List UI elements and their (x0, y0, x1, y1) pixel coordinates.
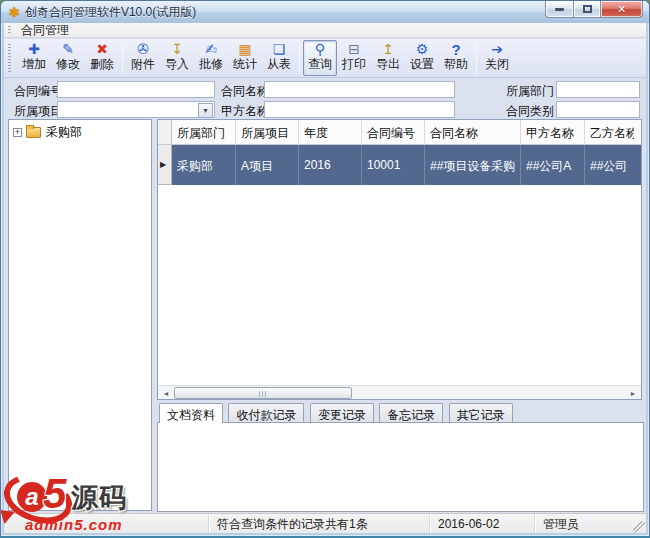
print-icon: ⊟ (348, 41, 360, 58)
cell-contract-no: 10001 (362, 145, 425, 185)
edit-button[interactable]: ✎ 修改 (51, 40, 85, 76)
statistics-button[interactable]: ▦ 统计 (228, 40, 262, 76)
client-area: 合同管理 ✚ 增加 ✎ 修改 ✖ 删除 ✇ 附件 ↧ (4, 23, 646, 533)
contract-type-input[interactable] (556, 101, 640, 118)
search-icon: ⚲ (315, 41, 325, 58)
edit-icon: ✎ (62, 41, 74, 58)
search-button[interactable]: ⚲ 查询 (303, 40, 337, 76)
close-button[interactable]: ✕ (601, 1, 643, 18)
contracts-table: 所属部门 所属项目 年度 合同编号 合同名称 甲方名称 乙方名称 ▶ 采购部 A… (157, 119, 642, 400)
attachment-button[interactable]: ✇ 附件 (126, 40, 160, 76)
menubar-grip[interactable] (8, 26, 11, 35)
subtable-icon: ❏ (273, 41, 286, 58)
status-record-count: 符合查询条件的记录共有1条 (209, 514, 430, 533)
resize-grip[interactable] (633, 521, 645, 533)
titlebar[interactable]: ✱ 创奇合同管理软件V10.0(试用版) ✕ (1, 1, 649, 23)
exit-icon: ➔ (491, 41, 503, 58)
project-label: 所属项目 (14, 103, 62, 120)
export-button[interactable]: ↥ 导出 (371, 40, 405, 76)
column-header-contract-no[interactable]: 合同编号 (362, 120, 425, 144)
toolbar: ✚ 增加 ✎ 修改 ✖ 删除 ✇ 附件 ↧ 导入 ✍ 批修 (4, 39, 646, 78)
minimize-icon (555, 8, 564, 11)
detail-tabs: 文档资料 收付款记录 变更记录 备忘记录 其它记录 (157, 403, 644, 423)
print-button[interactable]: ⊟ 打印 (337, 40, 371, 76)
column-header-project[interactable]: 所属项目 (236, 120, 299, 144)
folder-icon (26, 127, 41, 138)
delete-button[interactable]: ✖ 删除 (85, 40, 119, 76)
row-selector-header (158, 120, 172, 144)
project-combobox[interactable]: ▼ (57, 101, 215, 118)
detail-panel: 文档资料 收付款记录 变更记录 备忘记录 其它记录 (157, 403, 644, 512)
add-button[interactable]: ✚ 增加 (17, 40, 51, 76)
window-title: 创奇合同管理软件V10.0(试用版) (25, 4, 196, 21)
app-icon: ✱ (9, 5, 20, 20)
add-icon: ✚ (28, 41, 40, 58)
help-icon: ? (451, 41, 460, 58)
statistics-icon: ▦ (238, 41, 251, 58)
status-date: 2016-06-02 (430, 514, 535, 533)
cell-project: A项目 (236, 145, 299, 185)
cell-contract-name: ##项目设备采购 (425, 145, 521, 185)
contract-type-label: 合同类别 (506, 103, 554, 120)
party-a-label: 甲方名称 (221, 103, 269, 120)
menu-bar: 合同管理 (4, 23, 646, 38)
department-label: 所属部门 (506, 83, 554, 100)
scroll-right-icon[interactable]: ► (626, 387, 640, 399)
scroll-left-icon[interactable]: ◄ (159, 387, 173, 399)
scrollbar-thumb[interactable] (174, 387, 352, 399)
attachment-icon: ✇ (137, 41, 149, 58)
tab-content-area (157, 422, 644, 512)
status-user: 管理员 (535, 514, 646, 533)
filter-panel: 合同编号 合同名称 所属部门 所属项目 ▼ 甲方名称 合同类别 (4, 78, 646, 119)
watermark-5: 5 (43, 470, 66, 518)
tab-other-records[interactable]: 其它记录 (449, 403, 513, 422)
tab-change-records[interactable]: 变更记录 (310, 403, 374, 422)
watermark-logo: a 5 源码 admin5.com (1, 472, 151, 536)
export-icon: ↥ (382, 41, 394, 58)
subtable-button[interactable]: ❏ 从表 (262, 40, 296, 76)
column-header-department[interactable]: 所属部门 (172, 120, 236, 144)
contract-no-input[interactable] (57, 81, 215, 98)
close-app-button[interactable]: ➔ 关闭 (480, 40, 514, 76)
batch-edit-button[interactable]: ✍ 批修 (194, 40, 228, 76)
import-icon: ↧ (171, 41, 183, 58)
toolbar-separator (122, 42, 123, 74)
tab-memo-records[interactable]: 备忘记录 (379, 403, 443, 422)
watermark-name: 源码 (71, 480, 127, 516)
table-header-row: 所属部门 所属项目 年度 合同编号 合同名称 甲方名称 乙方名称 (158, 120, 641, 145)
horizontal-scrollbar[interactable]: ◄ ► (158, 385, 641, 399)
cell-party-b: ##公司 (585, 145, 634, 185)
cell-year: 2016 (299, 145, 362, 185)
tab-documents[interactable]: 文档资料 (159, 403, 223, 423)
help-button[interactable]: ? 帮助 (439, 40, 473, 76)
app-window: ✱ 创奇合同管理软件V10.0(试用版) ✕ 合同管理 ✚ 增加 ✎ 修改 (0, 0, 650, 538)
delete-icon: ✖ (96, 41, 108, 58)
contract-name-input[interactable] (264, 81, 455, 98)
settings-button[interactable]: ⚙ 设置 (405, 40, 439, 76)
toolbar-separator (299, 42, 300, 74)
minimize-button[interactable] (545, 1, 574, 18)
toolbar-grip[interactable] (8, 44, 11, 72)
tree-item-label: 采购部 (46, 124, 82, 141)
chevron-down-icon[interactable]: ▼ (198, 103, 213, 118)
gear-icon: ⚙ (416, 41, 429, 58)
import-button[interactable]: ↧ 导入 (160, 40, 194, 76)
table-row[interactable]: ▶ 采购部 A项目 2016 10001 ##项目设备采购 ##公司A ##公司 (158, 145, 641, 185)
cell-department: 采购部 (172, 145, 236, 185)
column-header-contract-name[interactable]: 合同名称 (425, 120, 521, 144)
column-header-party-b[interactable]: 乙方名称 (585, 120, 634, 144)
column-header-party-a[interactable]: 甲方名称 (521, 120, 585, 144)
expand-icon[interactable]: + (13, 128, 22, 137)
watermark-site: admin5.com (25, 516, 123, 533)
department-input[interactable] (556, 81, 640, 98)
tree-item-purchasing-dept[interactable]: + 采购部 (9, 120, 151, 141)
menu-item-contract-management[interactable]: 合同管理 (17, 23, 73, 37)
maximize-icon (583, 5, 592, 13)
row-selector-arrow: ▶ (158, 145, 172, 185)
party-a-input[interactable] (264, 101, 455, 118)
department-tree-panel: + 采购部 (8, 119, 152, 511)
column-header-year[interactable]: 年度 (299, 120, 362, 144)
window-controls: ✕ (545, 1, 643, 18)
tab-payment-records[interactable]: 收付款记录 (228, 403, 304, 422)
maximize-button[interactable] (574, 1, 601, 18)
